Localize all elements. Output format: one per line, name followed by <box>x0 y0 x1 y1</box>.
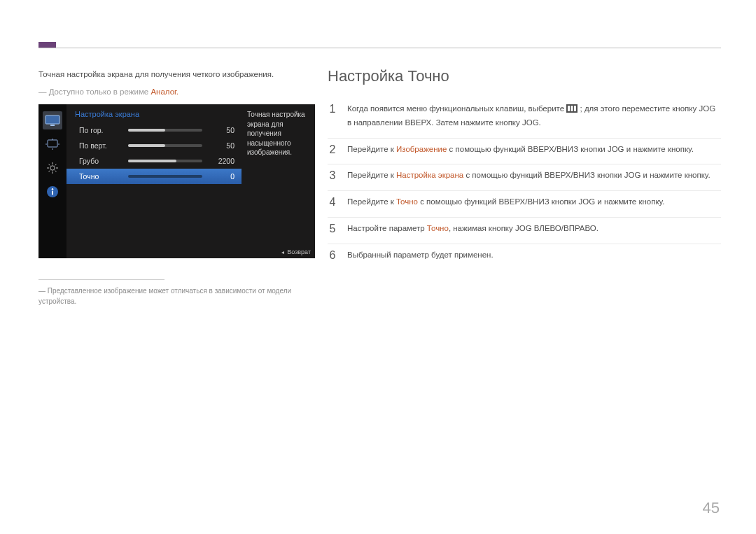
step: 1Когда появится меню функциональных клав… <box>328 98 721 138</box>
intro-text: Точная настройка экрана для получения че… <box>38 69 315 80</box>
osd-slider-fill <box>128 129 165 132</box>
step: 2Перейдите к Изображение с помощью функц… <box>328 138 721 164</box>
osd-sidebar <box>38 104 66 258</box>
osd-nav-info[interactable] <box>43 183 62 201</box>
svg-point-5 <box>52 188 53 190</box>
step-text-accent: Изображение <box>396 145 447 153</box>
step-text: с помощью функций ВВЕРХ/ВНИЗ кнопки JOG … <box>463 171 710 179</box>
header-accent <box>38 42 56 48</box>
step-text: , нажимая кнопку JOG ВЛЕВО/ВПРАВО. <box>449 224 598 232</box>
step-body: Перейдите к Точно с помощью функций ВВЕР… <box>347 196 664 209</box>
steps-list: 1Когда появится меню функциональных клав… <box>328 98 721 270</box>
footnote-divider <box>38 279 164 280</box>
step-number: 3 <box>328 169 337 182</box>
osd-row[interactable]: Точно0 <box>66 169 241 184</box>
step-body: Выбранный параметр будет применен. <box>347 249 493 262</box>
osd-footer: ◂ Возврат <box>281 248 311 255</box>
step-text: Перейдите к <box>347 197 396 206</box>
svg-rect-6 <box>52 191 53 195</box>
osd-row[interactable]: Грубо2200 <box>66 153 241 169</box>
step-text: Перейдите к <box>347 171 396 179</box>
osd-slider[interactable] <box>128 160 202 162</box>
page: Точная настройка экрана для получения че… <box>0 0 756 534</box>
step-text: с помощью функций ВВЕРХ/ВНИЗ кнопки JOG … <box>418 197 664 206</box>
mode-note-prefix: ― Доступно только в режиме <box>38 87 150 96</box>
svg-rect-8 <box>568 106 570 111</box>
step-text-accent: Настройка экрана <box>396 171 463 179</box>
osd-row[interactable]: По гор.50 <box>66 122 241 138</box>
osd-row-label: Грубо <box>79 157 128 165</box>
step-text-accent: Точно <box>396 197 418 206</box>
osd-help-text: Точная настройка экрана для получения на… <box>241 104 315 258</box>
svg-rect-1 <box>50 125 55 126</box>
osd-slider-fill <box>128 144 165 147</box>
step-text-accent: Точно <box>427 224 449 232</box>
menu-icon <box>566 104 578 117</box>
step: 5Настройте параметр Точно, нажимая кнопк… <box>328 217 721 244</box>
svg-rect-2 <box>48 140 57 147</box>
mode-note: ― Доступно только в режиме Аналог. <box>38 87 315 96</box>
step-body: Настройте параметр Точно, нажимая кнопку… <box>347 223 598 235</box>
step-text: Перейдите к <box>347 145 396 153</box>
osd-nav-screen[interactable] <box>43 135 62 153</box>
osd-slider-fill <box>128 160 176 162</box>
step-number: 5 <box>328 223 337 235</box>
section-title: Настройка Точно <box>328 67 721 85</box>
step-number: 2 <box>328 143 337 156</box>
step-text: с помощью функций ВВЕРХ/ВНИЗ кнопки JOG … <box>447 145 693 153</box>
osd-row-label: По гор. <box>79 126 128 134</box>
osd-nav-settings[interactable] <box>43 159 62 177</box>
back-arrow-icon: ◂ <box>281 249 284 255</box>
step-body: Перейдите к Изображение с помощью функци… <box>347 143 694 156</box>
osd-row-label: Точно <box>79 172 128 181</box>
osd-row-value: 50 <box>209 126 234 134</box>
osd-title: Настройка экрана <box>66 104 241 122</box>
svg-rect-0 <box>46 115 59 124</box>
right-column: Настройка Точно 1Когда появится меню фун… <box>328 67 721 270</box>
osd-nav-picture[interactable] <box>43 111 62 129</box>
osd-slider[interactable] <box>128 129 202 132</box>
osd-main: Настройка экрана По гор.50По верт.50Груб… <box>66 104 241 258</box>
osd-row-value: 2200 <box>209 157 234 165</box>
svg-rect-9 <box>571 106 573 111</box>
mode-note-accent: Аналог. <box>150 87 178 96</box>
step-number: 6 <box>328 249 337 262</box>
footnote-text: ― Представленное изображение может отлич… <box>38 286 315 307</box>
step-number: 1 <box>328 103 337 129</box>
svg-rect-10 <box>574 106 576 111</box>
osd-slider[interactable] <box>128 175 202 178</box>
step-text: Настройте параметр <box>347 224 427 232</box>
osd-row-label: По верт. <box>79 141 128 150</box>
osd-row-value: 0 <box>209 172 234 181</box>
osd-row[interactable]: По верт.50 <box>66 138 241 153</box>
step-number: 4 <box>328 196 337 209</box>
step-text: Когда появится меню функциональных клави… <box>347 104 566 113</box>
header-rule <box>38 48 721 48</box>
left-column: Точная настройка экрана для получения че… <box>38 69 315 307</box>
step-text: Выбранный параметр будет применен. <box>347 251 493 259</box>
step: 6Выбранный параметр будет применен. <box>328 244 721 270</box>
step-body: Перейдите к Настройка экрана с помощью ф… <box>347 169 710 182</box>
osd-row-value: 50 <box>209 141 234 150</box>
svg-point-3 <box>50 166 55 170</box>
osd-panel: Настройка экрана По гор.50По верт.50Груб… <box>38 104 315 258</box>
osd-return-label: Возврат <box>287 248 311 255</box>
step: 4Перейдите к Точно с помощью функций ВВЕ… <box>328 190 721 217</box>
step-body: Когда появится меню функциональных клави… <box>347 103 721 129</box>
osd-rows: По гор.50По верт.50Грубо2200Точно0 <box>66 122 241 258</box>
osd-slider[interactable] <box>128 144 202 147</box>
page-number: 45 <box>703 499 720 517</box>
step: 3Перейдите к Настройка экрана с помощью … <box>328 164 721 190</box>
